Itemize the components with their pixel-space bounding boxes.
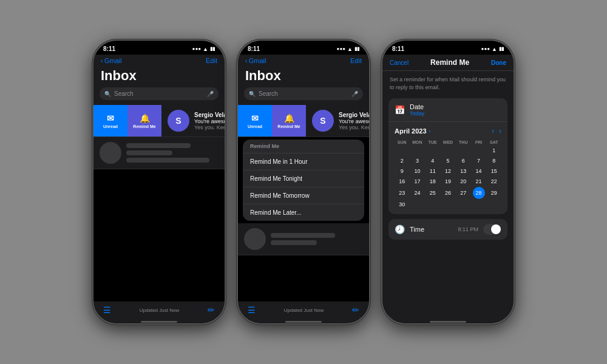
phone-2: 8:11 ●●● ▲ ▮▮ ‹ Gmail Edit Inbox 🔍 Sear xyxy=(237,39,370,325)
action-unread-btn[interactable]: ✉ Unread xyxy=(93,105,127,136)
remind-me-panel: Cancel Remind Me Done Set a reminder for… xyxy=(382,55,514,320)
next-month-button[interactable]: › xyxy=(499,127,501,135)
date-section: 📅 Date Today April 2023 › xyxy=(388,98,507,214)
context-item-2[interactable]: Remind Me Tomorrow xyxy=(243,187,364,204)
cal-nav-arrows: ‹ › xyxy=(492,127,501,135)
new-email-icon-2[interactable]: ✏ xyxy=(352,305,359,315)
back-chevron-icon: ‹ xyxy=(101,57,103,64)
phone-3: 8:11 ●●● ▲ ▮▮ Cancel Remind Me Done Set … xyxy=(381,39,515,325)
search-icon-1: 🔍 xyxy=(104,91,111,97)
mic-icon-1: 🎤 xyxy=(207,91,214,97)
cal-day-2[interactable]: 2 xyxy=(395,156,409,166)
context-item-0[interactable]: Remind Me in 1 Hour xyxy=(243,153,364,170)
action-remind-btn[interactable]: 🔔 Remind Me xyxy=(127,105,161,136)
search-input-2[interactable]: 🔍 Search 🎤 xyxy=(244,87,363,100)
remind-icon: 🔔 xyxy=(140,113,150,123)
time-toggle[interactable] xyxy=(483,224,501,235)
cal-day-3[interactable]: 3 xyxy=(410,156,424,166)
cal-day-23[interactable]: 23 xyxy=(395,187,409,199)
context-item-1[interactable]: Remind Me Tonight xyxy=(243,170,364,187)
cal-day-6[interactable]: 6 xyxy=(456,156,470,166)
signal-icon: ●●● xyxy=(192,46,202,52)
cal-day-21[interactable]: 21 xyxy=(471,177,486,186)
toggle-knob xyxy=(491,224,501,234)
email-preview-1: Yes you. Keep it up! Sergio Va xyxy=(194,124,225,130)
search-bar-1: 🔍 Search 🎤 xyxy=(93,87,225,105)
cal-header-mon: MON xyxy=(410,139,424,146)
compose-icon-2[interactable]: ☰ xyxy=(248,305,256,315)
cal-day-empty: . xyxy=(426,200,440,209)
battery-icon-2: ▮▮ xyxy=(354,46,359,52)
time-row: 🕗 Time 8:11 PM xyxy=(388,219,507,240)
cal-day-empty: . xyxy=(471,200,486,209)
email-avatar-1: S xyxy=(168,110,189,132)
signal-icon-2: ●●● xyxy=(337,46,346,52)
cal-day-4[interactable]: 4 xyxy=(426,156,440,166)
cal-day-30[interactable]: 30 xyxy=(395,200,409,209)
cal-day-22[interactable]: 22 xyxy=(487,177,501,186)
cal-day-14[interactable]: 14 xyxy=(471,166,486,176)
time-label: Time xyxy=(410,226,453,233)
cal-day-28[interactable]: 28 xyxy=(471,187,486,199)
clock-icon: 🕗 xyxy=(395,224,405,234)
cal-day-13[interactable]: 13 xyxy=(456,166,470,176)
cal-day-18[interactable]: 18 xyxy=(426,177,440,186)
cal-day-7[interactable]: 7 xyxy=(471,156,486,166)
home-bar-1 xyxy=(141,321,177,323)
blur-line-b1 xyxy=(271,233,335,238)
nav-edit-1[interactable]: Edit xyxy=(206,57,217,64)
home-bar-3 xyxy=(430,321,466,323)
status-bar-1: 8:11 ●●● ▲ ▮▮ xyxy=(93,41,225,55)
cal-day-19[interactable]: 19 xyxy=(441,177,455,186)
cal-header-tue: TUE xyxy=(426,139,440,146)
action-unread-btn-2[interactable]: ✉ Unread xyxy=(238,105,272,136)
cal-day-15[interactable]: 15 xyxy=(487,166,501,176)
action-unread-label-2: Unread xyxy=(248,124,262,129)
email-item-1[interactable]: S Sergio Velasquez You're awesome! Yes y… xyxy=(161,105,225,136)
calendar-days: ......1234567891011121314151617181920212… xyxy=(395,146,501,209)
calendar-month: April 2023 › xyxy=(395,127,430,135)
action-remind-btn-2[interactable]: 🔔 Remind Me xyxy=(272,105,306,136)
cal-day-5[interactable]: 5 xyxy=(441,156,455,166)
new-email-icon-1[interactable]: ✏ xyxy=(208,305,215,315)
search-input-1[interactable]: 🔍 Search 🎤 xyxy=(100,87,219,100)
cal-day-24[interactable]: 24 xyxy=(410,187,424,199)
nav-back-1[interactable]: ‹ Gmail xyxy=(101,57,121,64)
cal-day-17[interactable]: 17 xyxy=(410,177,424,186)
cal-day-11[interactable]: 11 xyxy=(426,166,440,176)
cal-day-empty: . xyxy=(441,146,455,155)
cal-day-29[interactable]: 29 xyxy=(487,187,501,199)
cal-day-8[interactable]: 8 xyxy=(487,156,501,166)
cal-day-9[interactable]: 9 xyxy=(395,166,409,176)
cal-day-1[interactable]: 1 xyxy=(487,146,501,155)
back-chevron-icon-2: ‹ xyxy=(245,57,248,64)
home-indicator-1 xyxy=(93,320,225,323)
email-item-2[interactable]: S Sergio Velasquez You're awesome! Yes y… xyxy=(306,105,369,136)
remind-description: Set a reminder for when Mail should remi… xyxy=(382,71,514,96)
prev-month-button[interactable]: ‹ xyxy=(492,127,494,135)
status-icons-2: ●●● ▲ ▮▮ xyxy=(337,46,359,52)
calendar-grid: SUNMONTUEWEDTHUFRISAT xyxy=(395,139,501,146)
nav-bar-2: ‹ Gmail Edit xyxy=(238,55,369,68)
cal-day-empty: . xyxy=(395,146,409,155)
email-avatar-2: S xyxy=(312,110,334,132)
cal-day-20[interactable]: 20 xyxy=(456,177,470,186)
cancel-button[interactable]: Cancel xyxy=(390,59,409,66)
time-value: 8:11 PM xyxy=(458,226,478,232)
status-time-3: 8:11 xyxy=(392,46,404,52)
context-item-3[interactable]: Remind Me Later... xyxy=(243,204,364,221)
cal-day-26[interactable]: 26 xyxy=(441,187,455,199)
remind-icon-2: 🔔 xyxy=(284,113,294,123)
cal-day-12[interactable]: 12 xyxy=(441,166,455,176)
cal-day-27[interactable]: 27 xyxy=(456,187,470,199)
done-button[interactable]: Done xyxy=(491,59,506,66)
bottom-status-1: Updated Just Now xyxy=(111,308,208,313)
cal-day-10[interactable]: 10 xyxy=(410,166,424,176)
compose-icon-1[interactable]: ☰ xyxy=(103,305,111,315)
cal-day-25[interactable]: 25 xyxy=(426,187,440,199)
battery-icon: ▮▮ xyxy=(210,46,215,52)
nav-edit-2[interactable]: Edit xyxy=(350,57,362,64)
nav-back-2[interactable]: ‹ Gmail xyxy=(245,57,266,64)
cal-day-16[interactable]: 16 xyxy=(395,177,409,186)
mic-icon-2: 🎤 xyxy=(351,91,358,97)
